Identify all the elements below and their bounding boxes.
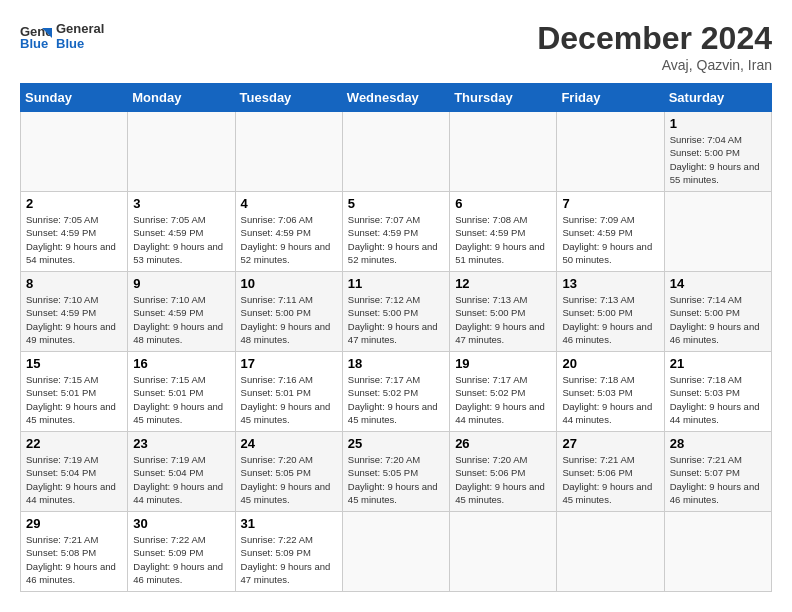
day-info: Sunrise: 7:22 AM Sunset: 5:09 PM Dayligh… bbox=[133, 533, 229, 586]
calendar-week-5: 22Sunrise: 7:19 AM Sunset: 5:04 PM Dayli… bbox=[21, 432, 772, 512]
calendar-cell: 5Sunrise: 7:07 AM Sunset: 4:59 PM Daylig… bbox=[342, 192, 449, 272]
calendar-cell bbox=[342, 512, 449, 592]
calendar-cell bbox=[128, 112, 235, 192]
location-subtitle: Avaj, Qazvin, Iran bbox=[537, 57, 772, 73]
day-info: Sunrise: 7:22 AM Sunset: 5:09 PM Dayligh… bbox=[241, 533, 337, 586]
day-number: 4 bbox=[241, 196, 337, 211]
calendar-cell: 21Sunrise: 7:18 AM Sunset: 5:03 PM Dayli… bbox=[664, 352, 771, 432]
day-info: Sunrise: 7:21 AM Sunset: 5:06 PM Dayligh… bbox=[562, 453, 658, 506]
weekday-tuesday: Tuesday bbox=[235, 84, 342, 112]
day-number: 2 bbox=[26, 196, 122, 211]
day-number: 15 bbox=[26, 356, 122, 371]
day-info: Sunrise: 7:16 AM Sunset: 5:01 PM Dayligh… bbox=[241, 373, 337, 426]
calendar-cell: 4Sunrise: 7:06 AM Sunset: 4:59 PM Daylig… bbox=[235, 192, 342, 272]
calendar-cell bbox=[664, 192, 771, 272]
calendar-cell: 2Sunrise: 7:05 AM Sunset: 4:59 PM Daylig… bbox=[21, 192, 128, 272]
calendar-cell: 25Sunrise: 7:20 AM Sunset: 5:05 PM Dayli… bbox=[342, 432, 449, 512]
calendar-cell bbox=[664, 512, 771, 592]
weekday-thursday: Thursday bbox=[450, 84, 557, 112]
day-number: 13 bbox=[562, 276, 658, 291]
calendar-cell: 24Sunrise: 7:20 AM Sunset: 5:05 PM Dayli… bbox=[235, 432, 342, 512]
calendar-cell: 29Sunrise: 7:21 AM Sunset: 5:08 PM Dayli… bbox=[21, 512, 128, 592]
calendar-cell: 16Sunrise: 7:15 AM Sunset: 5:01 PM Dayli… bbox=[128, 352, 235, 432]
month-title: December 2024 bbox=[537, 20, 772, 57]
calendar-cell: 1Sunrise: 7:04 AM Sunset: 5:00 PM Daylig… bbox=[664, 112, 771, 192]
day-info: Sunrise: 7:12 AM Sunset: 5:00 PM Dayligh… bbox=[348, 293, 444, 346]
day-info: Sunrise: 7:11 AM Sunset: 5:00 PM Dayligh… bbox=[241, 293, 337, 346]
weekday-wednesday: Wednesday bbox=[342, 84, 449, 112]
day-info: Sunrise: 7:17 AM Sunset: 5:02 PM Dayligh… bbox=[348, 373, 444, 426]
calendar-cell: 28Sunrise: 7:21 AM Sunset: 5:07 PM Dayli… bbox=[664, 432, 771, 512]
logo-blue: Blue bbox=[56, 36, 104, 51]
day-info: Sunrise: 7:13 AM Sunset: 5:00 PM Dayligh… bbox=[455, 293, 551, 346]
day-info: Sunrise: 7:10 AM Sunset: 4:59 PM Dayligh… bbox=[26, 293, 122, 346]
day-info: Sunrise: 7:05 AM Sunset: 4:59 PM Dayligh… bbox=[26, 213, 122, 266]
weekday-saturday: Saturday bbox=[664, 84, 771, 112]
calendar-cell: 13Sunrise: 7:13 AM Sunset: 5:00 PM Dayli… bbox=[557, 272, 664, 352]
calendar-cell bbox=[450, 112, 557, 192]
day-number: 14 bbox=[670, 276, 766, 291]
weekday-monday: Monday bbox=[128, 84, 235, 112]
day-number: 16 bbox=[133, 356, 229, 371]
day-info: Sunrise: 7:20 AM Sunset: 5:05 PM Dayligh… bbox=[241, 453, 337, 506]
day-info: Sunrise: 7:05 AM Sunset: 4:59 PM Dayligh… bbox=[133, 213, 229, 266]
calendar-cell: 18Sunrise: 7:17 AM Sunset: 5:02 PM Dayli… bbox=[342, 352, 449, 432]
day-info: Sunrise: 7:18 AM Sunset: 5:03 PM Dayligh… bbox=[562, 373, 658, 426]
day-number: 12 bbox=[455, 276, 551, 291]
title-block: December 2024 Avaj, Qazvin, Iran bbox=[537, 20, 772, 73]
day-number: 1 bbox=[670, 116, 766, 131]
day-number: 17 bbox=[241, 356, 337, 371]
day-info: Sunrise: 7:15 AM Sunset: 5:01 PM Dayligh… bbox=[133, 373, 229, 426]
day-number: 8 bbox=[26, 276, 122, 291]
calendar-week-3: 8Sunrise: 7:10 AM Sunset: 4:59 PM Daylig… bbox=[21, 272, 772, 352]
day-number: 5 bbox=[348, 196, 444, 211]
calendar-cell: 26Sunrise: 7:20 AM Sunset: 5:06 PM Dayli… bbox=[450, 432, 557, 512]
day-info: Sunrise: 7:18 AM Sunset: 5:03 PM Dayligh… bbox=[670, 373, 766, 426]
day-number: 21 bbox=[670, 356, 766, 371]
day-info: Sunrise: 7:04 AM Sunset: 5:00 PM Dayligh… bbox=[670, 133, 766, 186]
day-number: 20 bbox=[562, 356, 658, 371]
day-number: 24 bbox=[241, 436, 337, 451]
day-number: 27 bbox=[562, 436, 658, 451]
day-number: 28 bbox=[670, 436, 766, 451]
calendar-cell: 9Sunrise: 7:10 AM Sunset: 4:59 PM Daylig… bbox=[128, 272, 235, 352]
calendar-cell bbox=[557, 112, 664, 192]
weekday-header-row: SundayMondayTuesdayWednesdayThursdayFrid… bbox=[21, 84, 772, 112]
calendar-cell bbox=[450, 512, 557, 592]
weekday-sunday: Sunday bbox=[21, 84, 128, 112]
calendar-cell: 20Sunrise: 7:18 AM Sunset: 5:03 PM Dayli… bbox=[557, 352, 664, 432]
calendar-cell: 6Sunrise: 7:08 AM Sunset: 4:59 PM Daylig… bbox=[450, 192, 557, 272]
day-number: 31 bbox=[241, 516, 337, 531]
day-number: 22 bbox=[26, 436, 122, 451]
day-info: Sunrise: 7:19 AM Sunset: 5:04 PM Dayligh… bbox=[133, 453, 229, 506]
svg-text:Blue: Blue bbox=[20, 36, 48, 51]
day-number: 3 bbox=[133, 196, 229, 211]
calendar-cell: 27Sunrise: 7:21 AM Sunset: 5:06 PM Dayli… bbox=[557, 432, 664, 512]
calendar-cell: 7Sunrise: 7:09 AM Sunset: 4:59 PM Daylig… bbox=[557, 192, 664, 272]
day-info: Sunrise: 7:09 AM Sunset: 4:59 PM Dayligh… bbox=[562, 213, 658, 266]
calendar-cell: 12Sunrise: 7:13 AM Sunset: 5:00 PM Dayli… bbox=[450, 272, 557, 352]
day-info: Sunrise: 7:21 AM Sunset: 5:08 PM Dayligh… bbox=[26, 533, 122, 586]
day-info: Sunrise: 7:15 AM Sunset: 5:01 PM Dayligh… bbox=[26, 373, 122, 426]
calendar-cell: 8Sunrise: 7:10 AM Sunset: 4:59 PM Daylig… bbox=[21, 272, 128, 352]
calendar-week-6: 29Sunrise: 7:21 AM Sunset: 5:08 PM Dayli… bbox=[21, 512, 772, 592]
logo-general: General bbox=[56, 21, 104, 36]
day-number: 10 bbox=[241, 276, 337, 291]
day-number: 19 bbox=[455, 356, 551, 371]
calendar-cell: 17Sunrise: 7:16 AM Sunset: 5:01 PM Dayli… bbox=[235, 352, 342, 432]
calendar-week-2: 2Sunrise: 7:05 AM Sunset: 4:59 PM Daylig… bbox=[21, 192, 772, 272]
day-number: 25 bbox=[348, 436, 444, 451]
calendar-week-1: 1Sunrise: 7:04 AM Sunset: 5:00 PM Daylig… bbox=[21, 112, 772, 192]
day-info: Sunrise: 7:20 AM Sunset: 5:05 PM Dayligh… bbox=[348, 453, 444, 506]
calendar-cell: 3Sunrise: 7:05 AM Sunset: 4:59 PM Daylig… bbox=[128, 192, 235, 272]
calendar-cell bbox=[235, 112, 342, 192]
day-number: 26 bbox=[455, 436, 551, 451]
calendar-cell bbox=[21, 112, 128, 192]
calendar-cell: 30Sunrise: 7:22 AM Sunset: 5:09 PM Dayli… bbox=[128, 512, 235, 592]
calendar-cell: 31Sunrise: 7:22 AM Sunset: 5:09 PM Dayli… bbox=[235, 512, 342, 592]
day-info: Sunrise: 7:06 AM Sunset: 4:59 PM Dayligh… bbox=[241, 213, 337, 266]
day-number: 11 bbox=[348, 276, 444, 291]
day-number: 7 bbox=[562, 196, 658, 211]
calendar-cell: 19Sunrise: 7:17 AM Sunset: 5:02 PM Dayli… bbox=[450, 352, 557, 432]
day-number: 30 bbox=[133, 516, 229, 531]
